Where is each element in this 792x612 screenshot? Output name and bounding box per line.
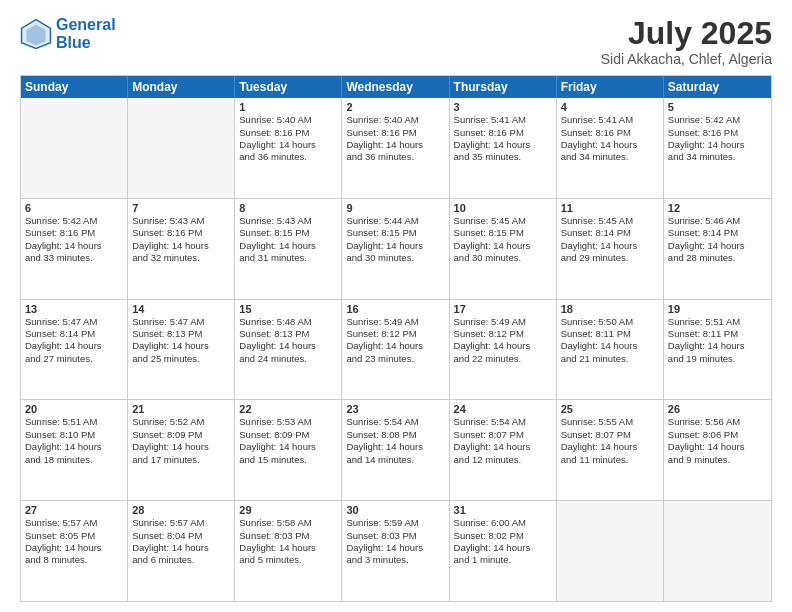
cell-info-line: Sunrise: 5:47 AM: [132, 316, 230, 328]
cell-info-line: Daylight: 14 hours: [132, 340, 230, 352]
cell-info-line: Sunrise: 5:45 AM: [454, 215, 552, 227]
cell-info-line: Sunrise: 5:41 AM: [561, 114, 659, 126]
cell-info-line: Daylight: 14 hours: [346, 340, 444, 352]
cell-info-line: and 32 minutes.: [132, 252, 230, 264]
cell-info-line: Sunrise: 5:45 AM: [561, 215, 659, 227]
cell-info-line: Sunrise: 5:52 AM: [132, 416, 230, 428]
calendar-day-empty-4-5: [557, 501, 664, 601]
cell-info-line: Daylight: 14 hours: [132, 542, 230, 554]
cell-info-line: Sunset: 8:13 PM: [132, 328, 230, 340]
calendar-row-1: 1Sunrise: 5:40 AMSunset: 8:16 PMDaylight…: [21, 98, 771, 198]
day-number: 20: [25, 403, 123, 415]
cell-info-line: Sunrise: 5:57 AM: [132, 517, 230, 529]
cell-info-line: Sunset: 8:08 PM: [346, 429, 444, 441]
cell-info-line: Sunset: 8:14 PM: [25, 328, 123, 340]
cell-info-line: Sunrise: 5:59 AM: [346, 517, 444, 529]
day-number: 23: [346, 403, 444, 415]
calendar-day-24: 24Sunrise: 5:54 AMSunset: 8:07 PMDayligh…: [450, 400, 557, 500]
cell-info-line: Sunrise: 5:54 AM: [346, 416, 444, 428]
cell-info-line: and 31 minutes.: [239, 252, 337, 264]
calendar-header: SundayMondayTuesdayWednesdayThursdayFrid…: [21, 76, 771, 98]
cell-info-line: and 18 minutes.: [25, 454, 123, 466]
cell-info-line: Sunset: 8:16 PM: [561, 127, 659, 139]
day-number: 15: [239, 303, 337, 315]
cell-info-line: Daylight: 14 hours: [25, 340, 123, 352]
cell-info-line: Daylight: 14 hours: [25, 441, 123, 453]
cell-info-line: Sunset: 8:02 PM: [454, 530, 552, 542]
cell-info-line: and 30 minutes.: [346, 252, 444, 264]
cell-info-line: Sunrise: 5:43 AM: [132, 215, 230, 227]
cell-info-line: and 29 minutes.: [561, 252, 659, 264]
cell-info-line: Daylight: 14 hours: [561, 441, 659, 453]
day-number: 28: [132, 504, 230, 516]
cell-info-line: Sunset: 8:15 PM: [346, 227, 444, 239]
weekday-header-monday: Monday: [128, 76, 235, 98]
cell-info-line: Sunrise: 5:44 AM: [346, 215, 444, 227]
cell-info-line: and 1 minute.: [454, 554, 552, 566]
calendar-day-empty-0-1: [128, 98, 235, 198]
location: Sidi Akkacha, Chlef, Algeria: [601, 51, 772, 67]
day-number: 19: [668, 303, 767, 315]
cell-info-line: Daylight: 14 hours: [239, 240, 337, 252]
cell-info-line: Sunrise: 5:40 AM: [239, 114, 337, 126]
calendar-day-27: 27Sunrise: 5:57 AMSunset: 8:05 PMDayligh…: [21, 501, 128, 601]
day-number: 6: [25, 202, 123, 214]
day-number: 26: [668, 403, 767, 415]
cell-info-line: and 8 minutes.: [25, 554, 123, 566]
cell-info-line: Sunset: 8:16 PM: [346, 127, 444, 139]
logo-icon: [20, 18, 52, 50]
day-number: 9: [346, 202, 444, 214]
calendar-day-13: 13Sunrise: 5:47 AMSunset: 8:14 PMDayligh…: [21, 300, 128, 400]
cell-info-line: Daylight: 14 hours: [239, 441, 337, 453]
day-number: 31: [454, 504, 552, 516]
cell-info-line: Sunrise: 5:53 AM: [239, 416, 337, 428]
calendar-row-5: 27Sunrise: 5:57 AMSunset: 8:05 PMDayligh…: [21, 500, 771, 601]
cell-info-line: and 22 minutes.: [454, 353, 552, 365]
day-number: 8: [239, 202, 337, 214]
calendar-day-30: 30Sunrise: 5:59 AMSunset: 8:03 PMDayligh…: [342, 501, 449, 601]
weekday-header-wednesday: Wednesday: [342, 76, 449, 98]
cell-info-line: and 14 minutes.: [346, 454, 444, 466]
day-number: 7: [132, 202, 230, 214]
cell-info-line: Sunrise: 5:49 AM: [454, 316, 552, 328]
day-number: 27: [25, 504, 123, 516]
header: General Blue July 2025 Sidi Akkacha, Chl…: [20, 16, 772, 67]
cell-info-line: and 12 minutes.: [454, 454, 552, 466]
cell-info-line: Sunrise: 5:51 AM: [25, 416, 123, 428]
cell-info-line: and 6 minutes.: [132, 554, 230, 566]
cell-info-line: and 17 minutes.: [132, 454, 230, 466]
cell-info-line: and 3 minutes.: [346, 554, 444, 566]
cell-info-line: Sunset: 8:07 PM: [454, 429, 552, 441]
cell-info-line: and 36 minutes.: [346, 151, 444, 163]
day-number: 14: [132, 303, 230, 315]
calendar-day-10: 10Sunrise: 5:45 AMSunset: 8:15 PMDayligh…: [450, 199, 557, 299]
day-number: 24: [454, 403, 552, 415]
cell-info-line: and 5 minutes.: [239, 554, 337, 566]
cell-info-line: and 36 minutes.: [239, 151, 337, 163]
cell-info-line: Sunset: 8:03 PM: [239, 530, 337, 542]
calendar-day-15: 15Sunrise: 5:48 AMSunset: 8:13 PMDayligh…: [235, 300, 342, 400]
cell-info-line: Sunset: 8:15 PM: [239, 227, 337, 239]
calendar-day-20: 20Sunrise: 5:51 AMSunset: 8:10 PMDayligh…: [21, 400, 128, 500]
cell-info-line: Sunrise: 5:41 AM: [454, 114, 552, 126]
cell-info-line: Daylight: 14 hours: [454, 340, 552, 352]
cell-info-line: and 35 minutes.: [454, 151, 552, 163]
cell-info-line: Sunrise: 5:40 AM: [346, 114, 444, 126]
cell-info-line: Daylight: 14 hours: [561, 340, 659, 352]
cell-info-line: Sunset: 8:13 PM: [239, 328, 337, 340]
cell-info-line: Sunset: 8:12 PM: [454, 328, 552, 340]
cell-info-line: Sunset: 8:06 PM: [668, 429, 767, 441]
calendar-day-26: 26Sunrise: 5:56 AMSunset: 8:06 PMDayligh…: [664, 400, 771, 500]
cell-info-line: Daylight: 14 hours: [132, 240, 230, 252]
cell-info-line: Sunrise: 5:47 AM: [25, 316, 123, 328]
cell-info-line: and 25 minutes.: [132, 353, 230, 365]
cell-info-line: Sunset: 8:12 PM: [346, 328, 444, 340]
cell-info-line: Daylight: 14 hours: [239, 340, 337, 352]
cell-info-line: Sunrise: 5:46 AM: [668, 215, 767, 227]
cell-info-line: Daylight: 14 hours: [346, 542, 444, 554]
cell-info-line: Daylight: 14 hours: [561, 139, 659, 151]
day-number: 30: [346, 504, 444, 516]
day-number: 29: [239, 504, 337, 516]
cell-info-line: Daylight: 14 hours: [668, 441, 767, 453]
cell-info-line: Sunset: 8:07 PM: [561, 429, 659, 441]
